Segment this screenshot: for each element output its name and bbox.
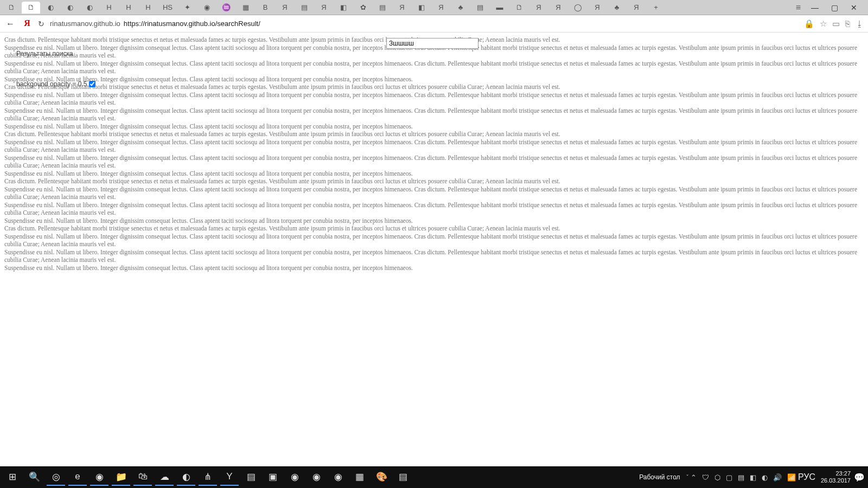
address-bar: ← Я ↻ rinatusmanov.github.io https://rin… — [0, 15, 868, 33]
taskbar-app-icon[interactable]: ▦ — [350, 468, 369, 486]
browser-tab[interactable]: Я — [549, 2, 567, 14]
lorem-line: Cras dictum. Pellentesque habitant morbi… — [4, 224, 864, 233]
lorem-line: Suspendisse eu nisl. Nullam ut libero. I… — [4, 248, 864, 264]
sidebar-panel-icon[interactable]: ▭ — [832, 19, 840, 29]
browser-tab[interactable]: Я — [627, 2, 646, 14]
tray-icon[interactable]: 🛡 — [702, 473, 709, 481]
taskbar-app-icon[interactable]: 🛍 — [133, 468, 152, 486]
browser-tab[interactable]: H — [119, 2, 138, 14]
tray-icon[interactable]: ⌃ — [691, 473, 697, 481]
lorem-line: Suspendisse eu nisl. Nullam ut libero. I… — [4, 107, 864, 123]
taskbar-app-icon[interactable]: ◉ — [329, 468, 347, 486]
taskbar-app-icon[interactable]: ◉ — [285, 468, 304, 486]
taskbar-app-icon[interactable]: ☁ — [155, 468, 174, 486]
browser-tab[interactable]: Я — [432, 2, 450, 14]
taskbar-app-icon[interactable]: 🎨 — [372, 468, 391, 486]
browser-tab[interactable]: ▬ — [490, 2, 509, 14]
lorem-line: Suspendisse eu nisl. Nullam ut libero. I… — [4, 60, 864, 75]
opacity-label: backgound opacity = 0.5 — [16, 80, 87, 88]
url-host: rinatusmanov.github.io — [50, 20, 120, 28]
window-controls: — ▢ ✕ — [807, 3, 866, 12]
taskbar-app-icon[interactable]: ▤ — [394, 468, 412, 486]
browser-tab[interactable]: ◐ — [61, 2, 79, 14]
notification-center-icon[interactable]: 💬 — [854, 472, 865, 483]
url-display[interactable]: rinatusmanov.github.io https://rinatusma… — [50, 20, 260, 28]
download-icon[interactable]: ⭳ — [856, 19, 864, 28]
browser-tab[interactable]: 🗋 — [22, 2, 40, 14]
search-overlay — [386, 38, 478, 49]
tray-icon[interactable]: 🔊 — [773, 473, 782, 481]
lorem-line: Suspendisse eu nisl. Nullam ut libero. I… — [4, 233, 864, 248]
browser-tab[interactable]: Я — [315, 2, 333, 14]
browser-tab[interactable]: ▤ — [373, 2, 392, 14]
browser-tab[interactable]: Я — [529, 2, 548, 14]
browser-tab[interactable]: Я — [276, 2, 294, 14]
taskbar-desktop-label[interactable]: Рабочий стол — [635, 473, 684, 481]
taskbar-app-icon[interactable]: ▤ — [242, 468, 260, 486]
taskbar-app-icon[interactable]: ▣ — [264, 468, 282, 486]
browser-tab[interactable]: ♣ — [608, 2, 626, 14]
lorem-line: Suspendisse eu nisl. Nullam ut libero. I… — [4, 201, 864, 217]
lorem-line: Suspendisse eu nisl. Nullam ut libero. I… — [4, 75, 864, 84]
browser-tab[interactable]: ✦ — [178, 2, 196, 14]
back-button[interactable]: ← — [4, 19, 16, 29]
address-bar-actions: 🔒 ☆ ▭ ⎘ ⭳ — [804, 19, 864, 29]
browser-tab[interactable]: ♒ — [217, 2, 235, 14]
taskbar-app-icon[interactable]: 📁 — [112, 468, 130, 486]
taskbar-app-icon[interactable]: ⋔ — [199, 468, 217, 486]
opacity-checkbox[interactable] — [89, 81, 95, 87]
browser-tab[interactable]: 🗋 — [2, 2, 21, 14]
taskbar-app-icon[interactable]: ◉ — [307, 468, 326, 486]
browser-tab[interactable]: HS — [158, 2, 177, 14]
taskbar-app-icon[interactable]: ◐ — [177, 468, 195, 486]
security-lock-icon[interactable]: 🔒 — [804, 19, 814, 29]
bookmark-star-icon[interactable]: ☆ — [820, 19, 827, 29]
tray-icon[interactable]: 📶 — [787, 473, 796, 481]
taskbar-app-icon[interactable]: 🔍 — [25, 468, 43, 486]
browser-tab[interactable]: ▤ — [295, 2, 314, 14]
browser-tab[interactable]: ◧ — [334, 2, 353, 14]
lorem-line: Suspendisse eu nisl. Nullam ut libero. I… — [4, 264, 864, 272]
close-button[interactable]: ✕ — [846, 3, 861, 12]
tray-icon[interactable]: ◐ — [762, 473, 768, 481]
browser-tab[interactable]: ◐ — [41, 2, 60, 14]
browser-tab[interactable]: Я — [393, 2, 411, 14]
new-tab-button[interactable]: + — [647, 2, 665, 14]
tray-icon[interactable]: ⬡ — [714, 473, 720, 481]
page-viewport: Результаты поиска backgound opacity = 0.… — [0, 33, 868, 445]
browser-tab[interactable]: ▦ — [237, 2, 255, 14]
search-results-heading: Результаты поиска — [16, 50, 73, 57]
taskbar-app-icon[interactable]: ⊞ — [3, 468, 22, 486]
search-input[interactable] — [386, 38, 478, 49]
taskbar-language[interactable]: РУС — [796, 472, 818, 482]
lorem-line: Suspendisse eu nisl. Nullam ut libero. I… — [4, 123, 864, 131]
tray-icon[interactable]: ▢ — [726, 473, 732, 481]
browser-tab[interactable]: B — [256, 2, 275, 14]
yandex-home-icon[interactable]: Я — [22, 18, 33, 29]
browser-menu-button[interactable]: ≡ — [790, 3, 806, 12]
maximize-button[interactable]: ▢ — [827, 3, 842, 12]
tray-icon[interactable]: ▤ — [738, 473, 744, 481]
browser-tab[interactable]: ▤ — [471, 2, 489, 14]
taskbar-app-icon[interactable]: e — [68, 468, 87, 486]
taskbar-app-icon[interactable]: Y — [220, 468, 239, 486]
minimize-button[interactable]: — — [807, 3, 822, 12]
url-full: https://rinatusmanov.github.io/searchRes… — [124, 20, 260, 28]
browser-tab[interactable]: H — [100, 2, 118, 14]
browser-tab[interactable]: ◐ — [80, 2, 99, 14]
taskbar-app-icon[interactable]: ◎ — [47, 468, 65, 486]
ribbon-icon[interactable]: ⎘ — [845, 19, 850, 28]
browser-tab[interactable]: H — [139, 2, 157, 14]
browser-tab[interactable]: ◧ — [412, 2, 431, 14]
browser-tab[interactable]: ◯ — [569, 2, 587, 14]
reload-button[interactable]: ↻ — [38, 20, 44, 28]
taskbar-clock[interactable]: 23:27 26.03.2017 — [818, 470, 854, 484]
browser-tab[interactable]: ✿ — [354, 2, 372, 14]
browser-tab[interactable]: Я — [588, 2, 607, 14]
taskbar-app-icon[interactable]: ◉ — [90, 468, 108, 486]
taskbar-chevron-icon[interactable]: ˇ — [685, 474, 691, 480]
tray-icon[interactable]: ◧ — [750, 473, 756, 481]
browser-tab[interactable]: ♣ — [451, 2, 470, 14]
browser-tab[interactable]: 🗋 — [510, 2, 528, 14]
browser-tab[interactable]: ◉ — [197, 2, 216, 14]
